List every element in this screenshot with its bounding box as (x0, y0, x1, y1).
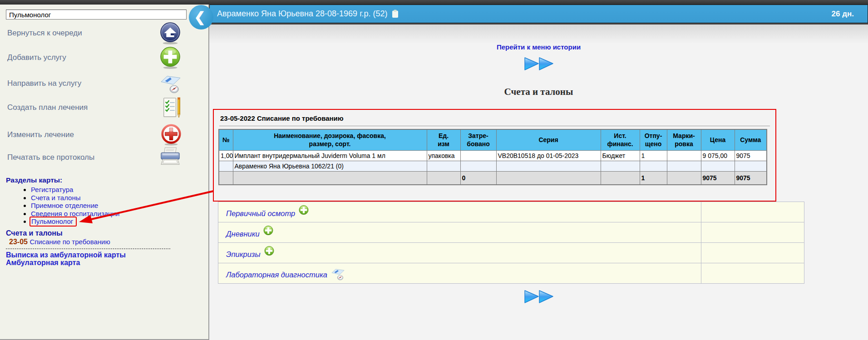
card-sections-nav: Разделы карты: Регистратура Счета и тало… (6, 176, 197, 266)
record-empty-cell (701, 202, 804, 222)
cell (701, 161, 735, 172)
add-icon[interactable] (264, 246, 275, 256)
fast-forward-icon[interactable] (209, 287, 868, 308)
cell: Авраменко Яна Юрьевна 1062/21 (0) (233, 161, 427, 172)
record-sections-table: Первичный осмотр Дневники (218, 202, 804, 284)
cell (601, 161, 640, 172)
col-series: Серия (496, 129, 601, 151)
col-unit: Ед. изм (427, 129, 460, 151)
cell (667, 172, 701, 185)
cell (640, 161, 667, 172)
history-link-row: Перейти к меню истории (209, 43, 868, 51)
cell: упаковка (427, 151, 460, 161)
record-row: Эпикризы (218, 243, 804, 263)
checklist-icon[interactable] (162, 97, 182, 118)
cell (427, 161, 460, 172)
record-empty-cell (701, 243, 804, 263)
table-row[interactable]: 1,00 Имплант внутридермальный Juviderm V… (219, 151, 767, 161)
record-link-diaries[interactable]: Дневники (226, 230, 260, 242)
cell: 9075 (735, 172, 767, 185)
record-empty-cell (701, 263, 804, 284)
add-icon[interactable] (298, 205, 309, 216)
invoice-line: 23-05 Списание по требованию (6, 237, 197, 246)
cell (219, 161, 233, 172)
collapse-sidebar-button[interactable]: ❮ (189, 5, 213, 30)
action-label: Печатать все протоколы (7, 153, 94, 162)
compass-icon[interactable] (160, 74, 182, 94)
card-sections-title: Разделы карты: (6, 176, 197, 184)
sidebar-item-invoices: Счета и талоны (31, 194, 197, 202)
patient-header-bar: Авраменко Яна Юрьевна 28-08-1969 г.р. (5… (209, 5, 868, 23)
add-icon[interactable] (263, 225, 274, 236)
patient-name[interactable]: Авраменко Яна Юрьевна 28-08-1969 г.р. (5… (217, 9, 388, 19)
writeoff-highlight-box: 23-05-2022 Списание по требованию № Наим… (213, 109, 776, 202)
cell (667, 151, 701, 161)
action-print-all-protocols[interactable]: Печатать все протоколы (7, 146, 182, 169)
compass-icon[interactable] (331, 267, 345, 281)
col-number: № (219, 129, 233, 151)
sidebar-link-pulmonologist[interactable]: Пульмонолог (31, 217, 73, 225)
extract-link[interactable]: Выписка из амбулаторной карты (6, 251, 197, 259)
days-badge: 26 дн. (832, 10, 854, 19)
cell (427, 172, 460, 185)
sidebar-item-registry: Регистратура (31, 186, 197, 194)
action-label: Направить на услугу (7, 79, 81, 88)
invoices-title: Счета и талоны (6, 229, 197, 237)
cell: 9075 (735, 151, 767, 161)
cell (460, 151, 496, 161)
action-create-treatment-plan[interactable]: Создать план лечения (7, 96, 182, 119)
add-icon[interactable] (159, 46, 182, 69)
action-label: Добавить услугу (7, 53, 66, 62)
chevron-left-icon: ❮ (194, 10, 205, 24)
table-row[interactable]: Авраменко Яна Юрьевна 1062/21 (0) (219, 161, 767, 172)
printer-icon[interactable] (159, 147, 182, 168)
record-link-primary-exam[interactable]: Первичный осмотр (226, 209, 295, 222)
cell (496, 161, 601, 172)
record-link-lab-diagnostics[interactable]: Лабораторная диагностика (226, 271, 327, 283)
cell (233, 172, 427, 185)
clipboard-icon[interactable] (392, 10, 399, 18)
window-top-bar (0, 0, 868, 5)
cell: 9075 (701, 172, 735, 185)
pulmonologist-highlight-box: Пульмонолог (30, 217, 77, 227)
sidebar-link-hospitalization[interactable]: Сведения о госпитализации (31, 210, 119, 217)
action-label: Изменить лечение (7, 130, 74, 139)
section-heading: Счета и талоны (209, 86, 868, 98)
cell: Бюджет (601, 151, 640, 161)
red-cross-icon[interactable] (161, 124, 182, 146)
cell (667, 161, 701, 172)
invoice-link[interactable]: Списание по требованию (30, 238, 110, 246)
action-label: Создать план лечения (7, 103, 88, 112)
card-sections-list: Регистратура Счета и талоны Приемное отд… (6, 186, 197, 226)
main-content: Перейти к меню истории Счета и талоны 23… (209, 25, 868, 340)
cell: 9 075,00 (701, 151, 735, 161)
history-menu-link[interactable]: Перейти к меню истории (497, 43, 581, 51)
specialty-input[interactable] (6, 10, 187, 20)
sidebar-link-invoices[interactable]: Счета и талоны (31, 194, 80, 202)
cell: Имплант внутридермальный Juviderm Voluma… (233, 151, 427, 161)
action-refer-to-service[interactable]: Направить на услугу (7, 72, 182, 95)
sidebar-item-pulmonologist: Пульмонолог (31, 217, 197, 226)
sidebar-item-admission: Приемное отделение (31, 202, 197, 210)
record-row: Дневники (218, 222, 804, 243)
action-edit-treatment[interactable]: Изменить лечение (7, 123, 182, 146)
cell (460, 161, 496, 172)
record-row: Первичный осмотр (218, 202, 804, 222)
table-header-row: № Наименование, дозирока, фасовка, разме… (219, 129, 767, 151)
action-return-to-queue[interactable]: Вернуться к очереди (7, 22, 182, 44)
totals-row: 0 1 9075 9075 (219, 172, 767, 185)
home-icon[interactable] (159, 22, 182, 44)
sidebar-link-admission[interactable]: Приемное отделение (31, 202, 98, 209)
col-requested: Затре- бовано (460, 129, 496, 151)
action-add-service[interactable]: Добавить услугу (7, 46, 182, 69)
invoice-date: 23-05 (9, 238, 28, 246)
record-link-epicrises[interactable]: Эпикризы (226, 250, 261, 263)
cell: 1,00 (219, 151, 233, 161)
sidebar-link-registry[interactable]: Регистратура (31, 186, 73, 193)
cell (601, 172, 640, 185)
cell: 1 (640, 172, 667, 185)
fast-forward-icon[interactable] (209, 54, 868, 75)
cell (219, 172, 233, 185)
ambulatory-card-link[interactable]: Амбулаторная карта (6, 259, 197, 266)
cell: VB20B10518 до 01-05-2023 (496, 151, 601, 161)
